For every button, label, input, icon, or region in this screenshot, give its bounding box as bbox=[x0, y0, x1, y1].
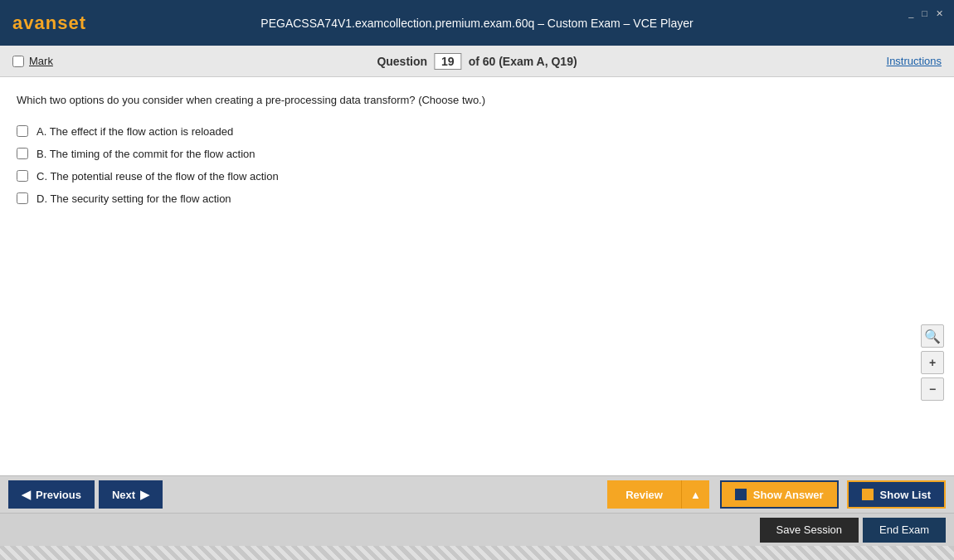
show-list-button[interactable]: Show List bbox=[847, 480, 946, 509]
minimize-button[interactable]: _ bbox=[906, 8, 916, 19]
review-button[interactable]: Review bbox=[607, 480, 681, 509]
mark-area: Mark bbox=[12, 55, 53, 67]
question-header: Mark Question 19 of 60 (Exam A, Q19) Ins… bbox=[0, 46, 954, 77]
option-checkbox-d[interactable] bbox=[17, 192, 28, 204]
show-answer-button[interactable]: Show Answer bbox=[720, 480, 839, 509]
window-controls: _ □ ✕ bbox=[906, 8, 946, 19]
option-label-b: B. The timing of the commit for the flow… bbox=[37, 148, 256, 160]
option-label-d: D. The security setting for the flow act… bbox=[37, 192, 231, 205]
logo-accent: set bbox=[57, 12, 86, 33]
prev-arrow-icon: ◀ bbox=[22, 488, 31, 501]
save-session-button[interactable]: Save Session bbox=[760, 518, 859, 543]
options-list: A. The effect if the flow action is relo… bbox=[17, 125, 937, 205]
logo-text1: avan bbox=[12, 12, 57, 33]
option-item-d: D. The security setting for the flow act… bbox=[17, 192, 937, 205]
question-total: of 60 (Exam A, Q19) bbox=[469, 55, 577, 68]
previous-button[interactable]: ◀ Previous bbox=[8, 480, 95, 509]
next-label: Next bbox=[112, 489, 135, 501]
question-nav: Question 19 of 60 (Exam A, Q19) bbox=[377, 53, 577, 70]
next-button[interactable]: Next ▶ bbox=[99, 480, 163, 509]
next-arrow-icon: ▶ bbox=[140, 488, 149, 501]
option-checkbox-b[interactable] bbox=[17, 148, 28, 159]
mark-checkbox[interactable] bbox=[12, 56, 24, 67]
maximize-button[interactable]: □ bbox=[919, 8, 930, 19]
end-exam-button[interactable]: End Exam bbox=[863, 518, 946, 543]
option-label-c: C. The potential reuse of the flow of th… bbox=[37, 170, 279, 183]
option-checkbox-c[interactable] bbox=[17, 170, 28, 182]
option-item-a: A. The effect if the flow action is relo… bbox=[17, 125, 937, 138]
zoom-in-button[interactable]: + bbox=[921, 351, 944, 374]
option-item-c: C. The potential reuse of the flow of th… bbox=[17, 170, 937, 183]
close-button[interactable]: ✕ bbox=[933, 8, 946, 19]
show-list-label: Show List bbox=[880, 489, 931, 501]
zoom-out-button[interactable]: − bbox=[921, 377, 944, 401]
title-bar: avanset PEGACSSA74V1.examcollection.prem… bbox=[0, 0, 954, 46]
question-label: Question bbox=[377, 55, 427, 68]
instructions-link[interactable]: Instructions bbox=[887, 55, 942, 67]
question-text: Which two options do you consider when c… bbox=[17, 92, 937, 109]
mark-label: Mark bbox=[29, 55, 53, 67]
window-title: PEGACSSA74V1.examcollection.premium.exam… bbox=[260, 17, 693, 30]
option-item-b: B. The timing of the commit for the flow… bbox=[17, 148, 937, 160]
question-number-box: 19 bbox=[434, 53, 462, 70]
review-area: Review ▲ bbox=[607, 480, 709, 509]
bottom-toolbar: ◀ Previous Next ▶ Review ▲ Show Answer S… bbox=[0, 475, 954, 513]
option-label-a: A. The effect if the flow action is relo… bbox=[37, 125, 233, 138]
option-checkbox-a[interactable] bbox=[17, 125, 28, 137]
app-logo: avanset bbox=[12, 12, 86, 34]
main-content: Which two options do you consider when c… bbox=[0, 77, 954, 475]
zoom-search-button[interactable]: 🔍 bbox=[921, 324, 944, 348]
previous-label: Previous bbox=[36, 489, 81, 501]
right-tools: 🔍 + − bbox=[921, 324, 944, 401]
show-answer-icon bbox=[735, 489, 747, 500]
stripe-bar bbox=[0, 546, 954, 560]
review-dropdown-button[interactable]: ▲ bbox=[681, 480, 709, 509]
show-list-icon bbox=[862, 489, 874, 500]
show-answer-label: Show Answer bbox=[753, 489, 824, 501]
bottom-action-bar: Save Session End Exam bbox=[0, 513, 954, 546]
